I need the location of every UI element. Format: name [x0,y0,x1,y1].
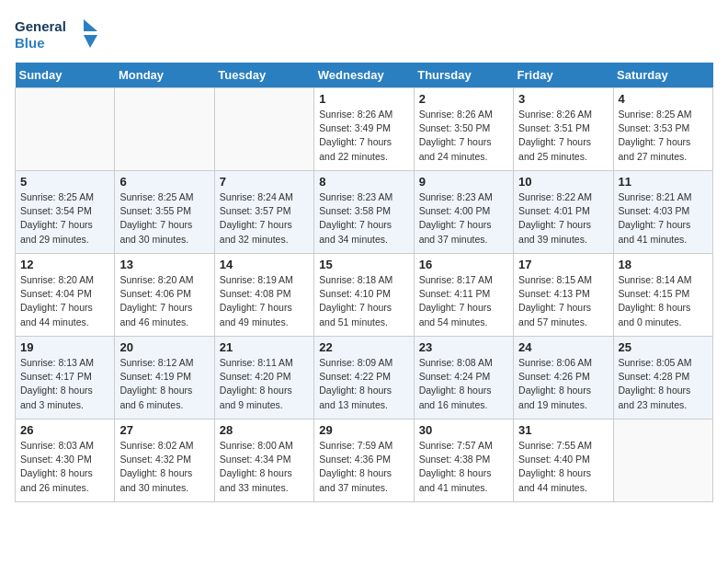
day-number: 31 [518,423,608,437]
day-info: Sunrise: 8:05 AM Sunset: 4:28 PM Dayligh… [619,356,708,412]
calendar-cell: 27Sunrise: 8:02 AM Sunset: 4:32 PM Dayli… [115,419,214,502]
calendar-cell: 3Sunrise: 8:26 AM Sunset: 3:51 PM Daylig… [514,88,613,171]
day-info: Sunrise: 8:20 AM Sunset: 4:06 PM Dayligh… [119,273,209,329]
days-of-week-row: SundayMondayTuesdayWednesdayThursdayFrid… [16,63,713,88]
day-info: Sunrise: 7:55 AM Sunset: 4:40 PM Dayligh… [518,439,608,495]
calendar-cell: 15Sunrise: 8:18 AM Sunset: 4:10 PM Dayli… [314,254,414,337]
day-number: 21 [220,340,309,354]
calendar-cell: 6Sunrise: 8:25 AM Sunset: 3:55 PM Daylig… [115,171,214,254]
calendar-cell: 13Sunrise: 8:20 AM Sunset: 4:06 PM Dayli… [115,254,214,337]
day-info: Sunrise: 8:23 AM Sunset: 4:00 PM Dayligh… [419,190,508,247]
calendar-cell [214,88,313,171]
calendar-cell: 12Sunrise: 8:20 AM Sunset: 4:04 PM Dayli… [16,254,115,337]
calendar: SundayMondayTuesdayWednesdayThursdayFrid… [15,63,713,502]
day-number: 25 [619,340,708,354]
day-number: 17 [518,258,608,271]
calendar-week-row: 26Sunrise: 8:03 AM Sunset: 4:30 PM Dayli… [16,419,713,502]
calendar-cell: 17Sunrise: 8:15 AM Sunset: 4:13 PM Dayli… [514,254,613,337]
calendar-cell: 4Sunrise: 8:25 AM Sunset: 3:53 PM Daylig… [613,88,712,171]
svg-marker-3 [84,35,97,48]
svg-text:General: General [15,18,66,34]
day-number: 10 [518,175,608,189]
calendar-cell: 20Sunrise: 8:12 AM Sunset: 4:19 PM Dayli… [115,337,214,419]
day-number: 4 [619,92,708,106]
day-number: 12 [20,258,109,271]
calendar-cell: 11Sunrise: 8:21 AM Sunset: 4:03 PM Dayli… [613,171,712,254]
day-info: Sunrise: 8:18 AM Sunset: 4:10 PM Dayligh… [319,273,408,329]
calendar-cell: 8Sunrise: 8:23 AM Sunset: 3:58 PM Daylig… [314,171,414,254]
calendar-cell: 24Sunrise: 8:06 AM Sunset: 4:26 PM Dayli… [514,337,613,419]
day-number: 8 [319,175,408,189]
calendar-cell: 29Sunrise: 7:59 AM Sunset: 4:36 PM Dayli… [314,419,414,502]
calendar-cell: 16Sunrise: 8:17 AM Sunset: 4:11 PM Dayli… [414,254,513,337]
day-info: Sunrise: 8:26 AM Sunset: 3:49 PM Dayligh… [319,108,408,164]
calendar-cell [115,88,214,171]
day-number: 9 [419,175,508,189]
day-number: 3 [518,92,608,106]
day-number: 26 [20,423,109,437]
dow-header: Tuesday [214,63,313,88]
day-info: Sunrise: 8:26 AM Sunset: 3:50 PM Dayligh… [419,108,508,164]
calendar-body: 1Sunrise: 8:26 AM Sunset: 3:49 PM Daylig… [16,88,713,502]
day-number: 18 [619,258,708,271]
day-number: 28 [220,423,309,437]
day-info: Sunrise: 8:00 AM Sunset: 4:34 PM Dayligh… [220,439,309,495]
day-info: Sunrise: 7:59 AM Sunset: 4:36 PM Dayligh… [319,439,408,495]
dow-header: Wednesday [314,63,414,88]
calendar-cell: 18Sunrise: 8:14 AM Sunset: 4:15 PM Dayli… [613,254,712,337]
calendar-week-row: 12Sunrise: 8:20 AM Sunset: 4:04 PM Dayli… [16,254,713,337]
day-number: 29 [319,423,408,437]
day-info: Sunrise: 8:13 AM Sunset: 4:17 PM Dayligh… [20,356,109,412]
calendar-cell: 22Sunrise: 8:09 AM Sunset: 4:22 PM Dayli… [314,337,414,419]
day-info: Sunrise: 8:25 AM Sunset: 3:53 PM Dayligh… [619,108,708,164]
day-number: 19 [20,340,109,354]
day-number: 27 [119,423,209,437]
day-info: Sunrise: 8:19 AM Sunset: 4:08 PM Dayligh… [220,273,309,329]
day-info: Sunrise: 8:09 AM Sunset: 4:22 PM Dayligh… [319,356,408,412]
calendar-cell: 7Sunrise: 8:24 AM Sunset: 3:57 PM Daylig… [214,171,313,254]
logo: General Blue [15,15,97,55]
day-info: Sunrise: 8:14 AM Sunset: 4:15 PM Dayligh… [619,273,708,329]
calendar-cell: 31Sunrise: 7:55 AM Sunset: 4:40 PM Dayli… [514,419,613,502]
dow-header: Monday [115,63,214,88]
calendar-cell: 9Sunrise: 8:23 AM Sunset: 4:00 PM Daylig… [414,171,513,254]
calendar-cell: 30Sunrise: 7:57 AM Sunset: 4:38 PM Dayli… [414,419,513,502]
day-number: 7 [220,175,309,189]
calendar-cell [613,419,712,502]
day-info: Sunrise: 8:02 AM Sunset: 4:32 PM Dayligh… [119,439,209,495]
day-number: 22 [319,340,408,354]
calendar-cell: 21Sunrise: 8:11 AM Sunset: 4:20 PM Dayli… [214,337,313,419]
calendar-cell: 5Sunrise: 8:25 AM Sunset: 3:54 PM Daylig… [16,171,115,254]
day-number: 14 [220,258,309,271]
calendar-cell: 26Sunrise: 8:03 AM Sunset: 4:30 PM Dayli… [16,419,115,502]
day-number: 2 [419,92,508,106]
day-number: 20 [119,340,209,354]
day-number: 6 [119,175,209,189]
day-info: Sunrise: 8:25 AM Sunset: 3:55 PM Dayligh… [119,190,209,247]
calendar-cell [16,88,115,171]
day-info: Sunrise: 8:20 AM Sunset: 4:04 PM Dayligh… [20,273,109,329]
svg-marker-2 [84,19,97,31]
calendar-week-row: 5Sunrise: 8:25 AM Sunset: 3:54 PM Daylig… [16,171,713,254]
day-number: 13 [119,258,209,271]
calendar-cell: 19Sunrise: 8:13 AM Sunset: 4:17 PM Dayli… [16,337,115,419]
day-info: Sunrise: 8:12 AM Sunset: 4:19 PM Dayligh… [119,356,209,412]
day-info: Sunrise: 8:17 AM Sunset: 4:11 PM Dayligh… [419,273,508,329]
dow-header: Saturday [613,63,712,88]
day-info: Sunrise: 8:11 AM Sunset: 4:20 PM Dayligh… [220,356,309,412]
day-number: 30 [419,423,508,437]
calendar-week-row: 19Sunrise: 8:13 AM Sunset: 4:17 PM Dayli… [16,337,713,419]
day-number: 11 [619,175,708,189]
day-info: Sunrise: 8:15 AM Sunset: 4:13 PM Dayligh… [518,273,608,329]
day-number: 15 [319,258,408,271]
day-number: 24 [518,340,608,354]
calendar-cell: 23Sunrise: 8:08 AM Sunset: 4:24 PM Dayli… [414,337,513,419]
day-info: Sunrise: 8:24 AM Sunset: 3:57 PM Dayligh… [220,190,309,247]
day-info: Sunrise: 8:25 AM Sunset: 3:54 PM Dayligh… [20,190,109,247]
day-info: Sunrise: 8:23 AM Sunset: 3:58 PM Dayligh… [319,190,408,247]
dow-header: Sunday [16,63,115,88]
calendar-cell: 10Sunrise: 8:22 AM Sunset: 4:01 PM Dayli… [514,171,613,254]
logo-svg: General Blue [15,15,97,55]
svg-text:Blue: Blue [15,35,45,51]
calendar-cell: 14Sunrise: 8:19 AM Sunset: 4:08 PM Dayli… [214,254,313,337]
